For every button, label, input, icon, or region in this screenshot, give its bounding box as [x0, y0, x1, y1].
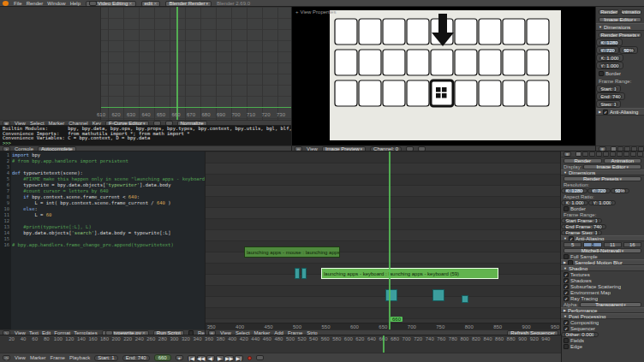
render-presets-dropdown[interactable]: Render Presets▾: [599, 33, 641, 38]
dither-0-000-field[interactable]: Dither: 0.000: [564, 332, 595, 337]
menu-frame[interactable]: Frame: [51, 355, 65, 360]
graph-frame-ruler[interactable]: 610620630640650660670680690700710720730: [0, 111, 292, 120]
play-reverse-button[interactable]: ◀: [206, 355, 215, 361]
step-1-field[interactable]: Step: 1: [599, 102, 617, 107]
playhead[interactable]: [389, 151, 391, 329]
render-engine-selector[interactable]: Blender Render ▾: [165, 1, 212, 7]
compositing-checkbox[interactable]: ✓: [564, 320, 569, 325]
y-720-field[interactable]: Y: 720: [599, 48, 616, 53]
vse-strip[interactable]: [432, 289, 444, 301]
current-frame-field[interactable]: 660: [154, 354, 171, 361]
play-button[interactable]: ▶: [216, 355, 224, 361]
prev-keyframe-button[interactable]: ◀◀: [197, 355, 206, 361]
textures-checkbox[interactable]: ✓: [564, 272, 569, 277]
panel-dimensions[interactable]: ▼Dimensions: [596, 23, 644, 31]
image-editor-dropdown[interactable]: Image Editor▾: [583, 164, 641, 169]
tab-texture[interactable]: [630, 151, 636, 157]
view-properties-panel-tab[interactable]: + View Properties: [295, 9, 336, 15]
fields-checkbox[interactable]: [564, 338, 569, 343]
ray-tracing-checkbox[interactable]: ✓: [564, 296, 569, 301]
close-icon[interactable]: ✕: [128, 1, 132, 6]
x-1-000-field[interactable]: X: 1.000: [564, 200, 585, 205]
timeline-type-icon[interactable]: ◷: [3, 355, 10, 360]
edge-checkbox[interactable]: [564, 344, 569, 349]
frame-step-1-field[interactable]: Frame Step: 1: [564, 230, 599, 235]
sequencer-checkbox[interactable]: ✓: [564, 326, 569, 331]
aa-samples-5-button[interactable]: 5: [564, 242, 581, 247]
panel-shading[interactable]: ▼Shading: [561, 265, 644, 271]
screen-layout-selector[interactable]: Video Editing ✕: [86, 1, 135, 7]
transparent-dropdown[interactable]: Transparent▾: [580, 302, 641, 307]
menu-render[interactable]: Render: [27, 1, 44, 6]
fcurve-line[interactable]: [101, 107, 292, 108]
next-keyframe-button[interactable]: ▶▶: [225, 355, 234, 361]
blender-logo-icon[interactable]: [3, 1, 9, 6]
anti-aliasing-checkbox[interactable]: ✓: [569, 236, 574, 241]
tab-physics[interactable]: [637, 151, 643, 157]
menu-file[interactable]: File: [14, 1, 22, 6]
jump-end-button[interactable]: ▶|: [235, 355, 243, 361]
anti-aliasing-checkbox[interactable]: ✓: [603, 110, 608, 115]
image-editor-dropdown[interactable]: Image Editor▾: [599, 17, 641, 22]
panel-performance[interactable]: ▶Performance: [561, 307, 644, 313]
vse-strip[interactable]: launching apps - mouse : launching apps …: [244, 246, 340, 258]
panel-anti-aliasing[interactable]: ▼✓Anti-Aliasing: [561, 235, 644, 241]
vse-frame-ruler[interactable]: 350400450500550600650700750800850900950: [206, 323, 561, 329]
timeline-ruler[interactable]: 2040608010012014016018020022024026028030…: [0, 335, 561, 353]
vse-strip[interactable]: [295, 268, 300, 279]
sync-icon[interactable]: [256, 355, 264, 360]
render-button[interactable]: Render: [599, 9, 619, 15]
50-field[interactable]: 50%: [623, 48, 635, 53]
aa-samples-8-button[interactable]: 8: [583, 242, 601, 247]
playhead[interactable]: [383, 335, 385, 353]
mitchell-netravali-dropdown[interactable]: Mitchell-Netravali▾: [564, 248, 641, 253]
close-icon[interactable]: ✕: [153, 1, 157, 6]
aa-samples-11-button[interactable]: 11: [604, 242, 622, 247]
start-1-field[interactable]: Start: 1: [599, 86, 617, 92]
end-frame-740-field[interactable]: End Frame: 740: [564, 224, 603, 229]
jump-start-button[interactable]: |◀: [188, 355, 196, 361]
tab-constraints[interactable]: [603, 151, 609, 157]
tab-modifiers[interactable]: [610, 151, 616, 157]
vse-strip-selected[interactable]: launching apps - keyboard : launching ap…: [321, 268, 498, 279]
panel-dimensions[interactable]: ▼Dimensions: [561, 169, 644, 175]
animation-button[interactable]: Animation: [621, 9, 641, 15]
render-presets-dropdown[interactable]: Render Presets▾: [564, 176, 641, 181]
properties-type-icon[interactable]: ☰: [564, 151, 571, 157]
panel-post-processing[interactable]: ▼Post Processing: [561, 313, 644, 319]
playhead[interactable]: [176, 7, 178, 120]
environment-map-checkbox[interactable]: ✓: [564, 290, 569, 295]
start-frame-1-field[interactable]: Start Frame: 1: [564, 218, 599, 223]
menu-help[interactable]: Help: [70, 1, 80, 6]
shadows-checkbox[interactable]: ✓: [564, 278, 569, 283]
full-sample-checkbox[interactable]: [564, 254, 569, 259]
tab-material[interactable]: [623, 151, 629, 157]
vse-strip[interactable]: [385, 289, 397, 301]
x-1-000-field[interactable]: X: 1.000: [599, 56, 620, 61]
code-area[interactable]: import bpy# from bpy.app.handlers import…: [12, 151, 206, 329]
50-field[interactable]: 50%: [614, 188, 626, 193]
menu-playback[interactable]: Playback: [69, 355, 90, 360]
vse-strip[interactable]: [462, 295, 468, 303]
aa-samples-16-button[interactable]: 16: [623, 242, 641, 247]
record-button[interactable]: [247, 356, 252, 360]
y-1-000-field[interactable]: Y: 1.000: [592, 200, 612, 205]
x-1280-field[interactable]: X: 1280: [599, 40, 619, 45]
border-checkbox[interactable]: [599, 71, 604, 76]
sampled-motion-blur-checkbox[interactable]: [568, 260, 573, 265]
graph-channel-region[interactable]: [0, 7, 101, 120]
animation-button[interactable]: Animation: [604, 158, 642, 163]
strip-region[interactable]: launching apps - mouse : launching apps …: [206, 151, 561, 323]
keying-set-icon[interactable]: ◆: [176, 355, 183, 360]
tab-object[interactable]: [596, 151, 602, 157]
scene-selector[interactable]: edit ✕: [141, 1, 161, 7]
y-720-field[interactable]: Y: 720: [591, 188, 607, 193]
subsurface-scattering-checkbox[interactable]: ✓: [564, 284, 569, 289]
end-frame-field[interactable]: End: 740: [122, 355, 150, 361]
panel-sampled-motion-blur[interactable]: ▶Sampled Motion Blur: [561, 259, 644, 265]
console-output[interactable]: Builtin Modules: bpy, bpy.data, bpy.ops,…: [0, 126, 292, 145]
start-frame-field[interactable]: Start: 1: [94, 355, 117, 361]
end-740-field[interactable]: End: 740: [599, 94, 622, 99]
tab-scene[interactable]: [582, 151, 588, 157]
tab-data[interactable]: [617, 151, 623, 157]
